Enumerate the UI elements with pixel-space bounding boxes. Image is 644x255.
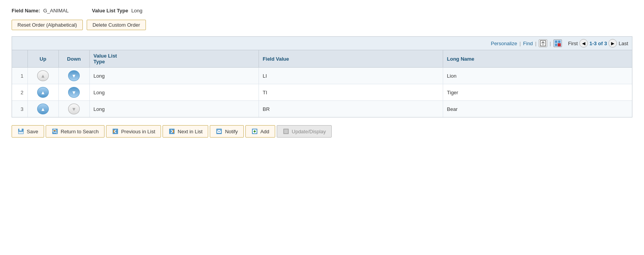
next-in-list-icon: [168, 128, 175, 135]
col-num: [12, 50, 27, 68]
save-label: Save: [27, 129, 38, 134]
col-up: Up: [27, 50, 58, 68]
export-icon[interactable]: [539, 39, 547, 47]
down-button: ▼: [68, 104, 80, 114]
down-button[interactable]: ▼: [68, 87, 80, 98]
prev-page-button[interactable]: ◀: [579, 39, 588, 48]
previous-in-list-icon: [112, 128, 119, 135]
grid-view-icon[interactable]: [553, 39, 562, 47]
col-value-list-type: Value ListType: [89, 50, 259, 68]
grid-svg: [554, 40, 561, 47]
field-info-section: Field Name: G_ANIMAL Value List Type Lon…: [12, 8, 632, 14]
pagination: First ◀ 1-3 of 3 ▶ Last: [568, 39, 628, 48]
field-name-item: Field Name: G_ANIMAL: [12, 8, 69, 14]
svg-rect-2: [555, 41, 557, 43]
grid-toolbar: Personalize | Find | | First ◀ 1: [12, 37, 632, 50]
data-table: Up Down Value ListType Field Value Long …: [12, 50, 632, 117]
grid-container: Personalize | Find | | First ◀ 1: [12, 36, 632, 117]
col-down: Down: [58, 50, 89, 68]
row-number: 3: [12, 101, 27, 117]
notify-button[interactable]: Notify: [210, 125, 243, 138]
up-button[interactable]: ▲: [37, 87, 49, 98]
svg-rect-9: [19, 129, 22, 131]
value-list-type-value: Long: [131, 8, 142, 14]
delete-custom-order-button[interactable]: Delete Custom Order: [87, 20, 146, 30]
bottom-action-bar: Save Return to Search Previous in List: [12, 125, 632, 138]
find-link[interactable]: Find: [523, 41, 533, 46]
previous-in-list-label: Previous in List: [121, 129, 155, 134]
add-icon: [251, 128, 258, 135]
value-list-type-cell: Long: [89, 84, 259, 101]
table-header-row: Up Down Value ListType Field Value Long …: [12, 50, 632, 68]
col-long-name: Long Name: [443, 50, 632, 68]
reset-order-button[interactable]: Reset Order (Alphabetical): [12, 20, 83, 30]
sep2: |: [535, 41, 536, 46]
table-row: 3▲▼LongBRBear: [12, 101, 632, 117]
up-button[interactable]: ▲: [37, 104, 49, 114]
return-to-search-label: Return to Search: [61, 129, 99, 134]
first-label: First: [568, 41, 578, 46]
down-cell: ▼: [58, 84, 89, 101]
svg-rect-10: [19, 132, 23, 134]
down-cell: ▼: [58, 68, 89, 84]
pagination-text: 1-3 of 3: [589, 41, 607, 46]
col-field-value: Field Value: [259, 50, 443, 68]
up-cell: ▲: [27, 101, 58, 117]
value-list-type-label: Value List Type: [92, 8, 128, 14]
previous-in-list-button[interactable]: Previous in List: [106, 125, 161, 138]
save-svg: [17, 128, 24, 135]
notify-svg: [216, 128, 223, 135]
update-display-label: Update/Display: [292, 129, 326, 134]
field-value-cell: BR: [259, 101, 443, 117]
add-svg: [251, 128, 258, 135]
return-to-search-icon: [51, 128, 58, 135]
sep3: |: [550, 41, 551, 46]
up-cell: ▲: [27, 84, 58, 101]
long-name-cell: Bear: [443, 101, 632, 117]
value-list-type-cell: Long: [89, 101, 259, 117]
return-to-search-button[interactable]: Return to Search: [46, 125, 104, 138]
add-button[interactable]: Add: [245, 125, 275, 138]
value-list-type-cell: Long: [89, 68, 259, 84]
up-button: ▲: [37, 70, 49, 81]
next-in-list-button[interactable]: Next in List: [163, 125, 208, 138]
sep1: |: [519, 41, 521, 46]
next-svg: [168, 128, 175, 135]
up-cell: ▲: [27, 68, 58, 84]
update-svg: [283, 128, 289, 135]
down-button[interactable]: ▼: [68, 70, 80, 81]
action-buttons: Reset Order (Alphabetical) Delete Custom…: [12, 20, 632, 30]
add-label: Add: [260, 129, 269, 134]
field-name-value: G_ANIMAL: [43, 8, 69, 14]
notify-label: Notify: [225, 129, 238, 134]
next-page-button[interactable]: ▶: [608, 39, 617, 48]
value-list-type-item: Value List Type Long: [92, 8, 142, 14]
return-svg: [51, 128, 58, 135]
export-svg: [540, 40, 546, 47]
down-cell: ▼: [58, 101, 89, 117]
prev-svg: [112, 128, 119, 135]
update-display-button[interactable]: Update/Display: [277, 125, 332, 138]
save-icon: [17, 128, 24, 135]
table-row: 2▲▼LongTITiger: [12, 84, 632, 101]
svg-rect-3: [558, 41, 560, 43]
field-value-cell: TI: [259, 84, 443, 101]
long-name-cell: Lion: [443, 68, 632, 84]
row-number: 1: [12, 68, 27, 84]
row-number: 2: [12, 84, 27, 101]
svg-rect-18: [217, 130, 221, 133]
long-name-cell: Tiger: [443, 84, 632, 101]
last-label: Last: [618, 41, 628, 46]
notify-icon: [216, 128, 223, 135]
field-name-label: Field Name:: [12, 8, 40, 14]
save-button[interactable]: Save: [12, 125, 44, 138]
field-value-cell: LI: [259, 68, 443, 84]
update-display-icon: [283, 128, 289, 135]
svg-rect-4: [555, 44, 557, 46]
next-in-list-label: Next in List: [178, 129, 202, 134]
table-row: 1▲▼LongLILion: [12, 68, 632, 84]
svg-rect-24: [284, 129, 288, 133]
personalize-link[interactable]: Personalize: [491, 41, 517, 46]
